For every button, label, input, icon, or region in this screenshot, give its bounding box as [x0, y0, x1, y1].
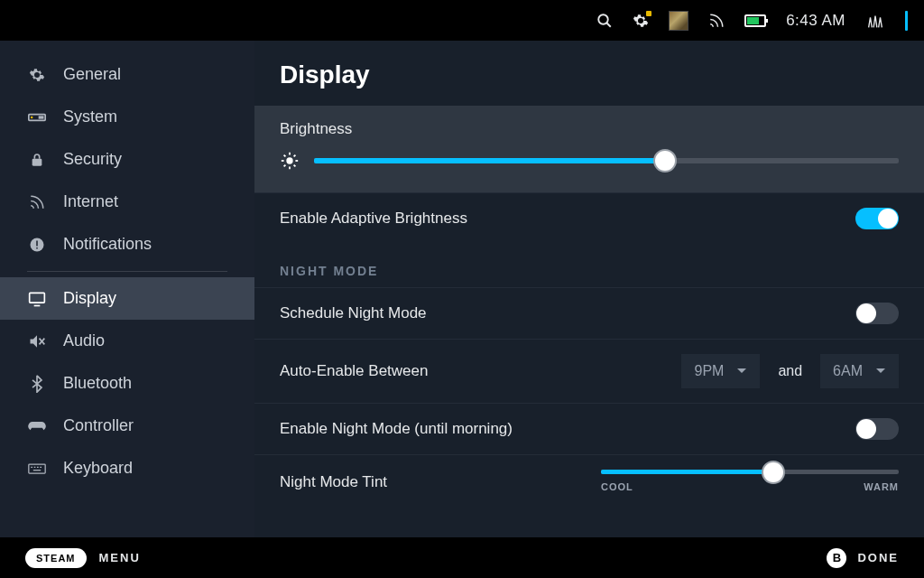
sidebar-item-notifications[interactable]: Notifications [0, 223, 254, 266]
sidebar-item-security[interactable]: Security [0, 138, 254, 181]
sidebar-item-system[interactable]: System [0, 96, 254, 138]
gear-icon [27, 67, 47, 83]
schedule-night-mode-label: Schedule Night Mode [280, 304, 427, 322]
battery-icon [744, 14, 766, 27]
sidebar-item-label: Display [63, 289, 116, 308]
mute-icon [27, 333, 47, 350]
enable-night-mode-label: Enable Night Mode (until morning) [280, 420, 513, 438]
status-bar: 6:43 AM [0, 0, 924, 41]
sidebar-item-label: Security [63, 150, 122, 169]
sidebar-item-audio[interactable]: Audio [0, 320, 254, 362]
sidebar-item-label: General [63, 65, 121, 84]
night-mode-tint-row: Night Mode Tint COOL WARM [254, 454, 924, 507]
schedule-night-mode-row: Schedule Night Mode [254, 287, 924, 339]
sidebar-item-label: Bluetooth [63, 374, 132, 393]
svg-point-19 [286, 157, 292, 163]
avatar[interactable] [669, 11, 688, 31]
svg-line-27 [294, 155, 296, 157]
adaptive-brightness-row: Enable Adaptive Brightness [254, 192, 924, 244]
steam-button[interactable]: STEAM [25, 548, 87, 568]
svg-rect-8 [36, 247, 38, 249]
tint-slider[interactable] [601, 470, 899, 474]
svg-rect-5 [32, 158, 42, 165]
enable-night-mode-row: Enable Night Mode (until morning) [254, 403, 924, 454]
wifi-icon [27, 194, 47, 210]
b-button-icon[interactable]: B [827, 548, 846, 568]
accent-bar [905, 11, 908, 31]
auto-enable-label: Auto-Enable Between [280, 362, 428, 380]
svg-rect-9 [30, 293, 45, 303]
schedule-night-mode-toggle[interactable] [855, 303, 899, 324]
lock-icon [27, 152, 47, 168]
night-mode-tint-label: Night Mode Tint [280, 470, 387, 491]
done-label: DONE [857, 551, 899, 564]
svg-line-1 [606, 23, 611, 27]
sidebar-item-display[interactable]: Display [0, 277, 254, 320]
network-icon[interactable] [708, 13, 725, 29]
tint-cool-label: COOL [601, 481, 633, 492]
footer-bar: STEAM MENU B DONE [0, 537, 924, 578]
sidebar-item-label: Audio [63, 331, 105, 350]
sidebar-item-keyboard[interactable]: Keyboard [0, 447, 254, 489]
sidebar-item-general[interactable]: General [0, 53, 254, 96]
keyboard-icon [27, 463, 47, 474]
gamepad-icon [27, 420, 47, 433]
sidebar-item-controller[interactable]: Controller [0, 405, 254, 447]
brightness-label: Brightness [280, 120, 899, 138]
auto-to-select[interactable]: 6AM [820, 354, 899, 388]
svg-rect-7 [36, 240, 38, 246]
svg-line-24 [284, 155, 286, 157]
svg-point-0 [598, 14, 608, 24]
profile-glyph-icon[interactable] [865, 11, 885, 31]
sidebar-item-label: System [63, 107, 117, 126]
auto-to-value: 6AM [833, 363, 863, 379]
alert-icon [27, 237, 47, 253]
sidebar-item-internet[interactable]: Internet [0, 181, 254, 223]
auto-enable-row: Auto-Enable Between 9PM and 6AM [254, 339, 924, 403]
svg-line-25 [294, 165, 296, 167]
sun-icon [280, 151, 300, 171]
auto-from-value: 9PM [694, 363, 724, 379]
brightness-slider[interactable] [280, 151, 899, 171]
svg-rect-4 [39, 116, 44, 118]
chevron-down-icon [736, 368, 747, 375]
page-title: Display [254, 41, 924, 106]
console-icon [27, 111, 47, 124]
auto-and-label: and [778, 363, 802, 379]
sidebar-item-label: Internet [63, 192, 118, 211]
display-settings-panel: Display Brightness Enable Adaptive Brigh… [254, 41, 924, 537]
sidebar-separator [27, 271, 227, 272]
settings-sidebar: General System Security Internet Notific… [0, 41, 254, 537]
gear-icon[interactable] [633, 13, 649, 29]
svg-rect-13 [29, 464, 45, 473]
sidebar-item-label: Notifications [63, 235, 152, 254]
tint-warm-label: WARM [864, 481, 899, 492]
night-mode-section-title: NIGHT MODE [254, 244, 924, 287]
chevron-down-icon [875, 368, 886, 375]
sidebar-item-label: Keyboard [63, 459, 133, 478]
svg-line-26 [284, 165, 286, 167]
auto-from-select[interactable]: 9PM [681, 354, 760, 388]
enable-night-mode-toggle[interactable] [855, 418, 899, 440]
adaptive-brightness-label: Enable Adaptive Brightness [280, 210, 467, 228]
sidebar-item-label: Controller [63, 416, 134, 435]
adaptive-brightness-toggle[interactable] [855, 208, 899, 229]
brightness-row: Brightness [254, 106, 924, 192]
clock: 6:43 AM [786, 12, 845, 30]
svg-point-3 [31, 116, 33, 118]
monitor-icon [27, 291, 47, 307]
sidebar-item-bluetooth[interactable]: Bluetooth [0, 362, 254, 405]
search-icon[interactable] [596, 13, 613, 29]
bluetooth-icon [27, 375, 47, 393]
menu-label: MENU [99, 551, 141, 564]
